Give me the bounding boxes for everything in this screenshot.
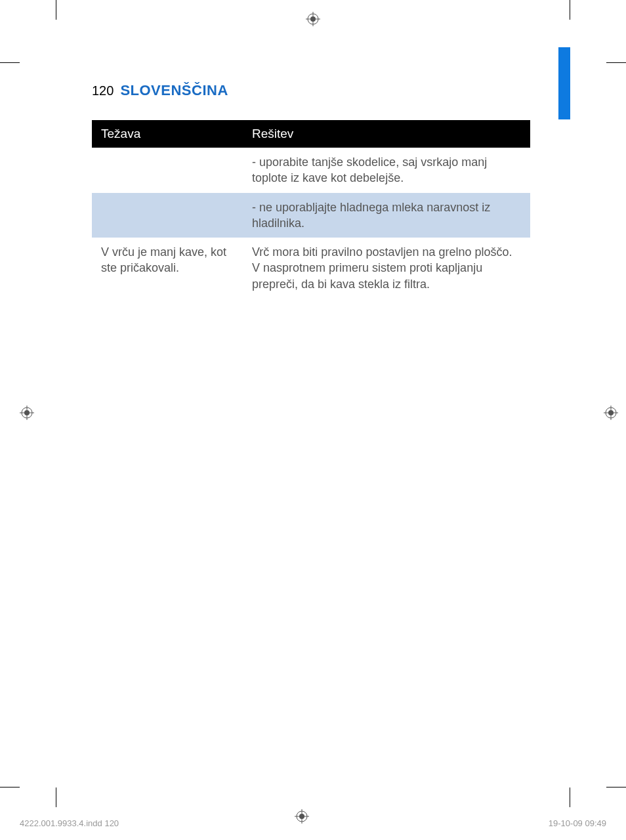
page-content: 120 SLOVENŠČINA Težava Rešitev - uporabi… — [56, 10, 571, 791]
cell-problem: V vrču je manj kave, kot ste pričakovali… — [92, 238, 243, 299]
registration-mark-icon — [20, 406, 34, 420]
header-solution: Rešitev — [243, 120, 530, 148]
cell-problem — [92, 148, 243, 193]
footer-datetime: 19-10-09 09:49 — [549, 818, 606, 828]
cell-problem — [92, 193, 243, 238]
cell-solution: Vrč mora biti pravilno postavljen na gre… — [243, 238, 530, 299]
registration-mark-icon — [604, 406, 618, 420]
troubleshooting-table: Težava Rešitev - uporabite tanjše skodel… — [92, 120, 530, 299]
table-row: V vrču je manj kave, kot ste pričakovali… — [92, 238, 530, 299]
print-footer: 4222.001.9933.4.indd 120 19-10-09 09:49 — [20, 818, 606, 828]
cell-solution: - ne uporabljajte hladnega mleka naravno… — [243, 193, 530, 238]
page-title: SLOVENŠČINA — [120, 82, 228, 99]
header-problem: Težava — [92, 120, 243, 148]
table-header-row: Težava Rešitev — [92, 120, 530, 148]
page-number: 120 — [92, 83, 114, 98]
page-header: 120 SLOVENŠČINA — [92, 82, 571, 99]
table-row: - ne uporabljajte hladnega mleka naravno… — [92, 193, 530, 238]
footer-filename: 4222.001.9933.4.indd 120 — [20, 818, 119, 828]
table-row: - uporabite tanjše skodelice, saj vsrkaj… — [92, 148, 530, 193]
cell-solution: - uporabite tanjše skodelice, saj vsrkaj… — [243, 148, 530, 193]
